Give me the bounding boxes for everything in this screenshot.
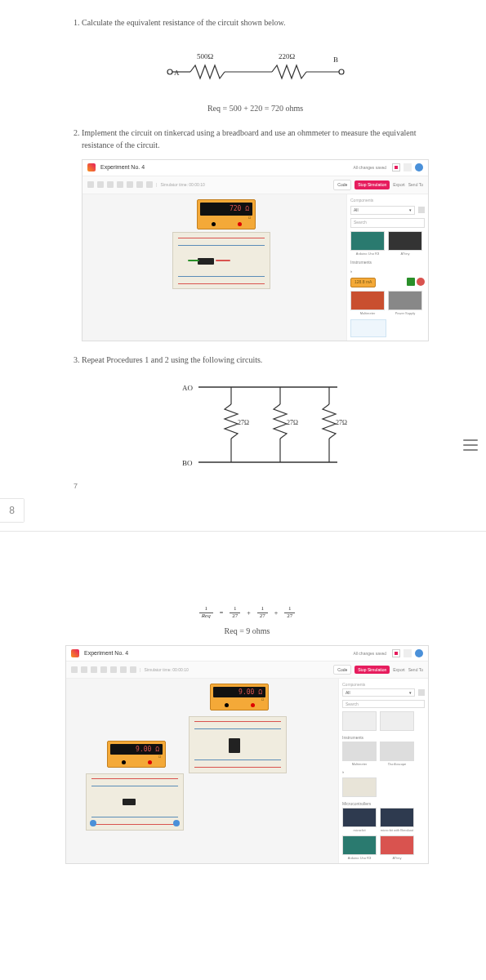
component-thumb[interactable] bbox=[380, 711, 414, 732]
design-canvas[interactable]: 720 Ω Ω bbox=[82, 194, 346, 341]
multimeter-2a[interactable]: 9.00 Ω Ω bbox=[210, 684, 269, 710]
share-icon[interactable] bbox=[404, 163, 412, 172]
component-multimeter[interactable]: Multimeter bbox=[350, 291, 385, 316]
resistor[interactable] bbox=[229, 746, 240, 753]
pan-tool-icon[interactable] bbox=[81, 666, 87, 673]
component-oscilloscope[interactable]: Oscilloscope bbox=[380, 742, 414, 766]
notes-icon[interactable] bbox=[130, 666, 136, 673]
component-microbit[interactable]: micro:bit bbox=[342, 808, 377, 832]
grid-view-icon[interactable] bbox=[418, 689, 425, 696]
multimeter-display: 720 Ω bbox=[200, 203, 252, 216]
component-microbit-breakout[interactable]: micro:bit with Breakout bbox=[380, 808, 414, 832]
svg-text:27Ω: 27Ω bbox=[238, 419, 249, 426]
send-to-button[interactable]: Send To bbox=[408, 182, 423, 189]
component-chip[interactable] bbox=[198, 258, 214, 265]
series-circuit-diagram: A 500Ω 220Ω B bbox=[82, 41, 429, 90]
multimeter-display-2a: 9.00 Ω bbox=[213, 687, 265, 697]
components-filter-dropdown[interactable]: All▾ bbox=[350, 206, 415, 216]
wire-green[interactable] bbox=[188, 260, 199, 261]
tc-header-2: Experiment No. 4 All changes saved bbox=[66, 646, 428, 662]
current-reading: 128.8 mA bbox=[350, 278, 376, 287]
multimeter-2b[interactable]: 9.00 Ω Ω bbox=[107, 741, 166, 768]
stop-simulation-button[interactable]: Stop Simulation bbox=[354, 666, 390, 674]
page-corner-number: 7 bbox=[74, 482, 78, 490]
wire-red[interactable] bbox=[216, 260, 230, 261]
chevron-right-icon[interactable]: › bbox=[350, 269, 352, 274]
microcontrollers-label: Microcontrollers bbox=[342, 801, 425, 806]
hamburger-menu-icon[interactable] bbox=[463, 439, 478, 451]
component-thumb[interactable] bbox=[342, 711, 377, 732]
svg-point-1 bbox=[167, 69, 172, 74]
simulator-time-2: Simulator time: 00:00:10 bbox=[145, 667, 189, 672]
delete-tool-icon[interactable] bbox=[100, 666, 107, 673]
led-green-icon bbox=[407, 278, 415, 286]
breadboard-2b[interactable] bbox=[86, 773, 184, 831]
svg-text:AO: AO bbox=[182, 384, 193, 392]
user-avatar[interactable] bbox=[415, 649, 423, 657]
component-attiny[interactable]: ATtiny bbox=[388, 231, 422, 256]
parallel-circuit-diagram: AO BO 27Ω 27Ω bbox=[82, 376, 429, 477]
svg-text:A: A bbox=[174, 69, 180, 77]
component-power-supply[interactable]: Power Supply bbox=[388, 291, 422, 316]
svg-text:BO: BO bbox=[182, 459, 193, 467]
led-icon[interactable] bbox=[173, 820, 180, 826]
rotate-tool-icon[interactable] bbox=[107, 181, 114, 188]
component-arduino[interactable]: Arduino Uno R3 bbox=[342, 835, 377, 860]
components-panel: Components All▾ Search Arduino Uno R3 AT… bbox=[346, 194, 428, 341]
tinkercad-logo-icon bbox=[87, 163, 96, 172]
project-title-2: Experiment No. 4 bbox=[84, 650, 128, 656]
search-input[interactable]: Search bbox=[342, 700, 425, 708]
simulator-time: Simulator time: 00:00:10 bbox=[161, 182, 205, 189]
export-button[interactable]: Export bbox=[393, 182, 404, 189]
design-canvas-2[interactable]: 9.00 Ω Ω 9.00 Ω Ω bbox=[66, 679, 338, 863]
q3-prompt: Repeat Procedures 1 and 2 using the foll… bbox=[82, 355, 262, 364]
cursor-tool-icon[interactable] bbox=[87, 181, 94, 188]
autosave-status: All changes saved bbox=[350, 164, 389, 172]
view-toggle-button[interactable] bbox=[392, 649, 400, 657]
breadboard[interactable] bbox=[172, 232, 270, 289]
series-calc: Req = 500 + 220 = 720 ohms bbox=[82, 102, 429, 114]
component-chip[interactable] bbox=[123, 799, 136, 805]
component-multimeter[interactable]: Multimeter bbox=[342, 742, 377, 766]
chevron-right-icon[interactable]: › bbox=[342, 769, 344, 774]
delete-tool-icon[interactable] bbox=[117, 181, 123, 188]
component-thumb[interactable] bbox=[342, 777, 377, 798]
component-breadboard-thumb[interactable] bbox=[350, 319, 386, 337]
led-icon[interactable] bbox=[90, 820, 96, 826]
question-1: Calculate the equivalent resistance of t… bbox=[82, 16, 429, 114]
send-to-button[interactable]: Send To bbox=[408, 667, 423, 672]
code-button[interactable]: Code bbox=[333, 180, 351, 191]
redo-icon[interactable] bbox=[136, 181, 143, 188]
led-red-icon bbox=[417, 278, 425, 286]
multimeter-display-2b: 9.00 Ω bbox=[110, 744, 163, 755]
multimeter[interactable]: 720 Ω Ω bbox=[197, 199, 256, 229]
q2-prompt: Implement the circuit on tinkercad using… bbox=[82, 128, 417, 149]
notes-icon[interactable] bbox=[146, 181, 153, 188]
component-attiny[interactable]: ATtiny bbox=[380, 835, 414, 860]
redo-icon[interactable] bbox=[120, 666, 127, 673]
project-title: Experiment No. 4 bbox=[100, 163, 145, 172]
pan-tool-icon[interactable] bbox=[97, 181, 104, 188]
share-icon[interactable] bbox=[404, 649, 412, 657]
tc-header: Experiment No. 4 All changes saved bbox=[82, 160, 428, 176]
code-button[interactable]: Code bbox=[333, 665, 351, 675]
components-panel-2: Components All▾ Search Instruments Multi… bbox=[338, 679, 428, 863]
cursor-tool-icon[interactable] bbox=[71, 666, 78, 673]
tinkercad-screenshot-1: Experiment No. 4 All changes saved | Sim… bbox=[82, 159, 429, 341]
components-filter-dropdown[interactable]: All▾ bbox=[342, 688, 415, 697]
undo-icon[interactable] bbox=[110, 666, 117, 673]
grid-view-icon[interactable] bbox=[418, 207, 425, 213]
tinkercad-logo-icon bbox=[71, 649, 79, 657]
svg-text:27Ω: 27Ω bbox=[287, 419, 298, 426]
stop-simulation-button[interactable]: Stop Simulation bbox=[354, 180, 390, 190]
export-button[interactable]: Export bbox=[393, 667, 404, 672]
undo-icon[interactable] bbox=[127, 181, 133, 188]
search-input[interactable]: Search bbox=[350, 218, 425, 228]
component-arduino[interactable]: Arduino Uno R3 bbox=[350, 231, 385, 256]
view-toggle-button[interactable] bbox=[392, 163, 400, 172]
svg-text:220Ω: 220Ω bbox=[279, 52, 296, 60]
rotate-tool-icon[interactable] bbox=[91, 666, 97, 673]
breadboard-2a[interactable] bbox=[189, 716, 287, 773]
instruments-label: Instruments bbox=[350, 260, 425, 266]
user-avatar[interactable] bbox=[415, 163, 423, 172]
